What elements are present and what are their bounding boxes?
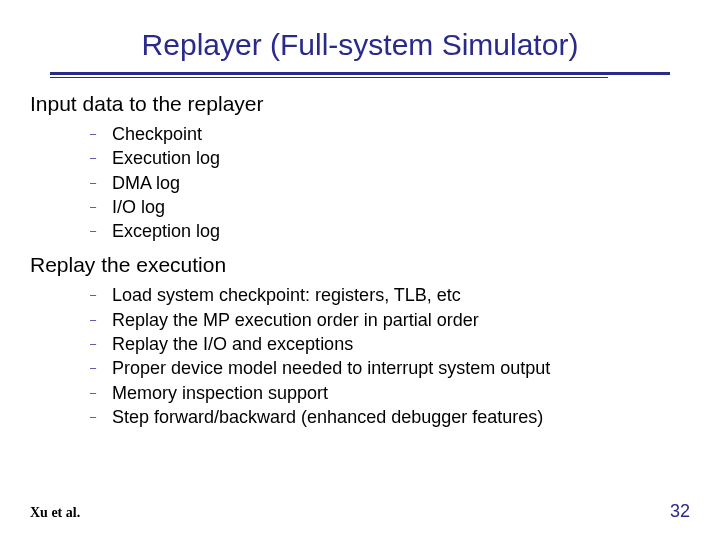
list-item: Checkpoint <box>90 122 670 146</box>
footer: Xu et al. 32 <box>30 501 690 522</box>
list-item: Execution log <box>90 146 670 170</box>
section-list-1: Load system checkpoint: registers, TLB, … <box>90 283 670 429</box>
list-item: I/O log <box>90 195 670 219</box>
rule-thin <box>50 77 608 78</box>
list-item: Load system checkpoint: registers, TLB, … <box>90 283 670 307</box>
list-item: Proper device model needed to interrupt … <box>90 356 670 380</box>
slide: Replayer (Full-system Simulator) Input d… <box>0 0 720 540</box>
section-list-0: Checkpoint Execution log DMA log I/O log… <box>90 122 670 243</box>
section-heading-0: Input data to the replayer <box>30 92 670 116</box>
list-item: Memory inspection support <box>90 381 670 405</box>
section-heading-1: Replay the execution <box>30 253 670 277</box>
list-item: Exception log <box>90 219 670 243</box>
rule-thick <box>50 72 670 75</box>
footer-page-number: 32 <box>670 501 690 522</box>
list-item: Step forward/backward (enhanced debugger… <box>90 405 670 429</box>
footer-author: Xu et al. <box>30 505 80 521</box>
slide-title: Replayer (Full-system Simulator) <box>50 28 670 62</box>
title-rule <box>50 72 670 78</box>
list-item: Replay the I/O and exceptions <box>90 332 670 356</box>
list-item: Replay the MP execution order in partial… <box>90 308 670 332</box>
list-item: DMA log <box>90 171 670 195</box>
